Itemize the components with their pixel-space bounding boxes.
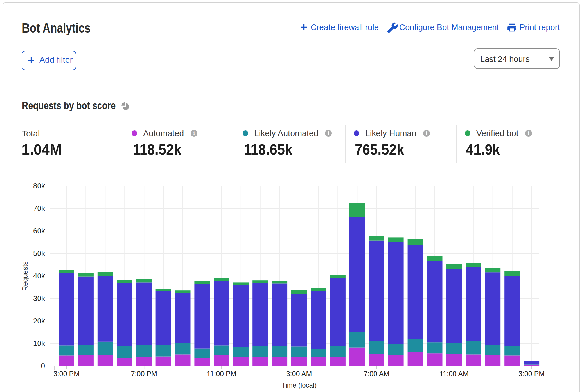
svg-text:3:00 AM: 3:00 AM <box>286 370 312 378</box>
svg-text:30k: 30k <box>33 294 45 303</box>
svg-text:50k: 50k <box>33 249 45 258</box>
svg-text:70k: 70k <box>33 204 45 213</box>
svg-text:7:00 AM: 7:00 AM <box>364 370 389 378</box>
svg-text:20k: 20k <box>33 317 45 325</box>
svg-text:7:00 PM: 7:00 PM <box>131 370 157 378</box>
svg-text:0: 0 <box>41 362 45 370</box>
svg-text:40k: 40k <box>33 272 45 280</box>
svg-text:10k: 10k <box>33 339 45 348</box>
svg-text:11:00 PM: 11:00 PM <box>207 370 236 378</box>
svg-text:3:00 PM: 3:00 PM <box>518 370 545 378</box>
svg-text:Requests: Requests <box>21 261 29 291</box>
svg-text:3:00 PM: 3:00 PM <box>53 370 80 378</box>
svg-text:60k: 60k <box>33 227 45 235</box>
svg-text:Time (local): Time (local) <box>282 381 317 389</box>
svg-text:80k: 80k <box>33 182 45 190</box>
svg-text:11:00 AM: 11:00 AM <box>439 370 469 378</box>
